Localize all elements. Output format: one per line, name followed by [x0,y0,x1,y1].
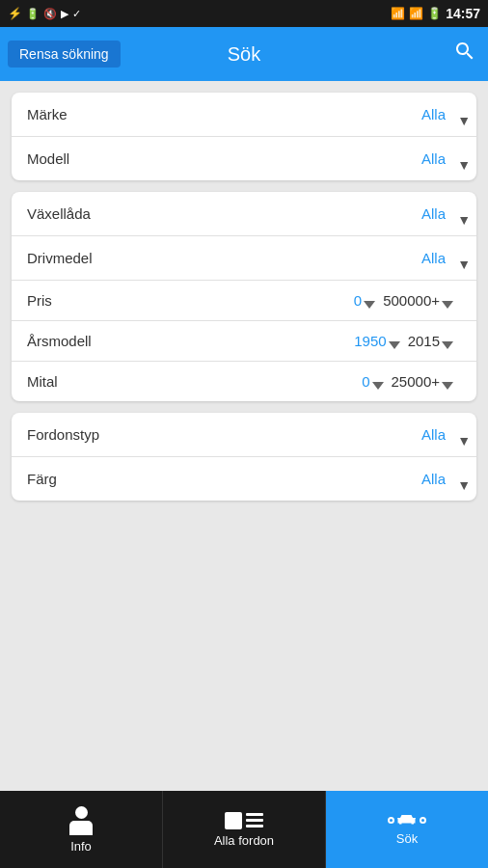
arsmodell-min-value: 1950 [354,333,386,349]
time-display: 14:57 [446,6,480,21]
fordonstyp-row[interactable]: Fordonstyp Alla ▼ [12,413,476,457]
status-bar: ⚡ 🔋 🔇 ▶ ✓ 📶 📶 🔋 14:57 [0,0,488,27]
list-icon [225,812,263,829]
drivmedel-row[interactable]: Drivmedel Alla ▼ [12,236,476,281]
modell-arrow: ▼ [457,157,471,173]
pris-min-arrow [364,301,375,309]
nav-item-sok[interactable]: Sök [326,791,488,868]
nav-item-alla-fordon[interactable]: Alla fordon [163,791,326,868]
modell-label: Modell [27,150,114,167]
farg-row[interactable]: Färg Alla ▼ [12,457,476,501]
fordonstyp-label: Fordonstyp [27,426,114,443]
marke-row[interactable]: Märke Alla ▼ [12,93,476,137]
signal-icon: 📶 [409,7,423,20]
drivmedel-arrow: ▼ [457,257,471,272]
search-icon [453,40,476,63]
fordonstyp-arrow: ▼ [457,433,471,448]
clear-button[interactable]: Rensa sökning [8,41,121,68]
marke-label: Märke [27,106,114,122]
usb-icon: ⚡ [8,7,22,20]
pris-label: Pris [27,292,114,309]
farg-label: Färg [27,471,114,487]
status-right: 📶 📶 🔋 14:57 [391,6,480,21]
arsmodell-label: Årsmodell [27,333,114,349]
modell-value: Alla [114,150,461,167]
person-icon [69,806,93,835]
battery-icon: 🔋 [26,8,40,20]
modell-row[interactable]: Modell Alla ▼ [12,137,476,180]
nav-alla-fordon-label: Alla fordon [214,833,274,848]
farg-value: Alla [114,471,461,487]
pris-max-arrow [442,301,453,309]
page-title: Sök [228,43,260,66]
mital-label: Mital [27,373,114,390]
mital-row[interactable]: Mital 0 25000+ [12,362,476,401]
vehicle-color-card: Fordonstyp Alla ▼ Färg Alla ▼ [12,413,476,501]
vaxellada-arrow: ▼ [457,212,471,228]
vaxellada-value: Alla [114,205,461,222]
mital-max-arrow [442,382,453,390]
pris-max-value: 500000+ [383,292,440,309]
pris-row[interactable]: Pris 0 500000+ [12,281,476,321]
car-search-icon [388,814,426,827]
arsmodell-max-arrow [442,341,453,349]
farg-arrow: ▼ [457,477,471,493]
wifi-icon: 📶 [391,7,405,20]
media-icon: ▶ [61,8,68,20]
shield-icon: ✓ [72,8,81,20]
marke-arrow: ▼ [457,113,471,128]
battery-level: 🔋 [427,7,442,20]
nav-item-info[interactable]: Info [0,791,163,868]
vaxellada-label: Växellåda [27,205,114,222]
brand-model-card: Märke Alla ▼ Modell Alla ▼ [12,93,476,180]
mital-min-arrow [372,382,384,390]
bottom-navigation: Info Alla fordon Sök [0,791,488,868]
fordonstyp-value: Alla [114,426,461,443]
drivmedel-label: Drivmedel [27,250,114,266]
marke-value: Alla [114,106,461,122]
arsmodell-row[interactable]: Årsmodell 1950 2015 [12,321,476,362]
arsmodell-max-value: 2015 [408,333,440,349]
filters-card: Växellåda Alla ▼ Drivmedel Alla ▼ Pris 0… [12,192,476,401]
ringer-off-icon: 🔇 [43,8,57,20]
search-button-top[interactable] [453,40,476,68]
arsmodell-min-arrow [389,341,400,349]
nav-sok-label: Sök [396,831,418,846]
drivmedel-value: Alla [114,250,461,266]
pris-min-value: 0 [354,292,362,309]
vaxellada-row[interactable]: Växellåda Alla ▼ [12,192,476,236]
content-area: Märke Alla ▼ Modell Alla ▼ Växellåda All… [0,81,488,791]
status-icons: ⚡ 🔋 🔇 ▶ ✓ [8,7,81,20]
mital-max-value: 25000+ [392,373,440,390]
top-bar: Rensa sökning Sök [0,27,488,81]
mital-min-value: 0 [362,373,369,390]
nav-info-label: Info [70,839,92,854]
